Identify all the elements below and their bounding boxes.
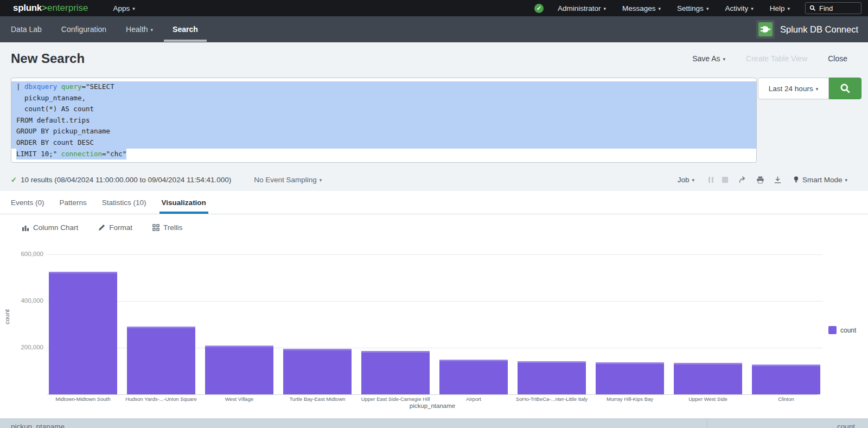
lightbulb-icon (793, 176, 799, 183)
chart-bar[interactable] (674, 363, 742, 394)
column-header-pickup-ntaname[interactable]: pickup_ntaname (0, 418, 707, 428)
close-button[interactable]: Close (828, 54, 847, 63)
query-line: ORDER BY count DESC (11, 137, 756, 149)
query-token: connection (61, 150, 102, 158)
tab-events-0[interactable]: Events (0) (11, 191, 44, 214)
x-axis-category-label: Clinton (747, 396, 825, 402)
splunk-topbar: splunk>enterprise Apps AdministratorMess… (0, 0, 868, 16)
logo-gt: > (42, 3, 47, 14)
tab-patterns[interactable]: Patterns (60, 191, 87, 214)
plug-icon (760, 24, 771, 35)
chart-bar[interactable] (49, 272, 117, 394)
legend-label: count (840, 327, 856, 334)
x-axis-category-label: West Village (200, 396, 278, 402)
search-mode-label: Smart Mode (802, 176, 843, 184)
column-header-count[interactable]: count (707, 418, 868, 428)
chevron-down-icon (813, 85, 819, 93)
nav-item-configuration[interactable]: Configuration (61, 25, 106, 34)
app-identity: Splunk DB Connect (756, 20, 858, 39)
statistics-table-header: pickup_ntaname count (0, 418, 868, 428)
nav-item-search[interactable]: Search (173, 25, 198, 34)
chart-bar[interactable] (283, 349, 352, 394)
event-sampling-menu[interactable]: No Event Sampling (254, 176, 322, 184)
chevron-down-icon (656, 4, 661, 12)
chart-bar[interactable] (205, 346, 273, 394)
page-title: New Search (11, 51, 85, 66)
trellis-label: Trellis (163, 223, 183, 232)
nav-item-health[interactable]: Health (126, 25, 153, 34)
pause-icon[interactable] (709, 177, 713, 183)
search-icon (809, 5, 816, 11)
tab-visualization[interactable]: Visualization (162, 191, 206, 214)
menu-administrator[interactable]: Administrator (558, 4, 606, 12)
chart-bar[interactable] (127, 327, 195, 394)
query-line: count(*) AS count (11, 104, 756, 115)
query-token: | (16, 82, 24, 91)
query-selection: LIMIT 10;" connection="chc" (16, 149, 126, 160)
job-menu[interactable]: Job (678, 176, 694, 184)
nav-item-label: Health (126, 25, 148, 34)
menu-activity[interactable]: Activity (725, 4, 753, 12)
find-placeholder: Find (819, 4, 833, 12)
apps-menu[interactable]: Apps (113, 4, 135, 12)
splunk-logo[interactable]: splunk>enterprise (13, 3, 88, 14)
query-token: LIMIT 10;" (16, 150, 61, 158)
print-icon[interactable] (756, 176, 764, 184)
query-token: ="chc" (102, 150, 126, 158)
x-axis-category-label: SoHo-TriBeCa-...nter-Little Italy (513, 396, 591, 402)
tab-statistics-10[interactable]: Statistics (10) (102, 191, 146, 214)
visualization-toolbar: Column Chart Format Trellis (0, 214, 868, 240)
query-token: dbxquery (24, 82, 57, 91)
chart-bar[interactable] (439, 360, 508, 395)
chevron-down-icon (317, 176, 322, 184)
chart-bar[interactable] (361, 351, 430, 394)
y-axis-tick-label: 400,000 (0, 297, 43, 304)
legend-swatch (828, 326, 837, 334)
app-icon-tile (756, 20, 775, 39)
nav-item-label: Configuration (61, 25, 106, 34)
chart-bar[interactable] (518, 361, 586, 394)
chart-bar[interactable] (752, 365, 820, 394)
format-button[interactable]: Format (98, 223, 132, 232)
download-icon[interactable] (774, 176, 782, 184)
header-actions: Save As Create Table View Close (692, 54, 847, 63)
health-status-check-icon[interactable] (534, 4, 544, 13)
query-token (57, 82, 61, 91)
create-table-view-button[interactable]: Create Table View (746, 54, 807, 63)
apps-label: Apps (113, 4, 130, 12)
chart-legend[interactable]: count (828, 326, 856, 334)
stop-icon[interactable] (722, 177, 728, 183)
query-token: pickup_ntaname, (16, 94, 86, 102)
menu-help[interactable]: Help (770, 4, 790, 12)
format-label: Format (109, 223, 132, 232)
results-tabs: Events (0)PatternsStatistics (10)Visuali… (0, 191, 868, 214)
job-label: Job (678, 176, 690, 184)
menu-label: Administrator (558, 4, 601, 12)
nav-item-data-lab[interactable]: Data Lab (11, 25, 42, 34)
find-search-box[interactable]: Find (805, 2, 861, 14)
menu-settings[interactable]: Settings (677, 4, 709, 12)
chart-type-button[interactable]: Column Chart (22, 223, 78, 232)
chart-bar[interactable] (596, 362, 664, 394)
search-section: New Search Save As Create Table View Clo… (0, 42, 868, 191)
chevron-down-icon (748, 4, 754, 12)
menu-label: Help (770, 4, 785, 12)
trellis-button[interactable]: Trellis (152, 223, 183, 232)
query-token: ="SELECT (81, 82, 114, 91)
search-submit-button[interactable] (829, 78, 861, 99)
x-axis-category-label: Midtown-Midtown South (44, 396, 122, 402)
topbar-menus: AdministratorMessagesSettingsActivityHel… (558, 4, 790, 12)
db-connect-plug-icon (758, 22, 773, 36)
share-icon[interactable] (738, 176, 747, 184)
time-range-picker[interactable]: Last 24 hours (758, 78, 829, 99)
search-mode-selector[interactable]: Smart Mode (793, 176, 847, 184)
query-line: | dbxquery query="SELECT (11, 81, 756, 93)
save-as-button[interactable]: Save As (692, 54, 725, 63)
query-line: LIMIT 10;" connection="chc" (11, 149, 756, 160)
y-axis-title: count (4, 303, 10, 330)
search-query-input[interactable]: | dbxquery query="SELECT pickup_ntaname,… (11, 78, 757, 163)
x-axis-line (47, 394, 818, 395)
nav-item-label: Data Lab (11, 25, 42, 34)
chevron-down-icon (784, 4, 790, 12)
menu-messages[interactable]: Messages (622, 4, 661, 12)
